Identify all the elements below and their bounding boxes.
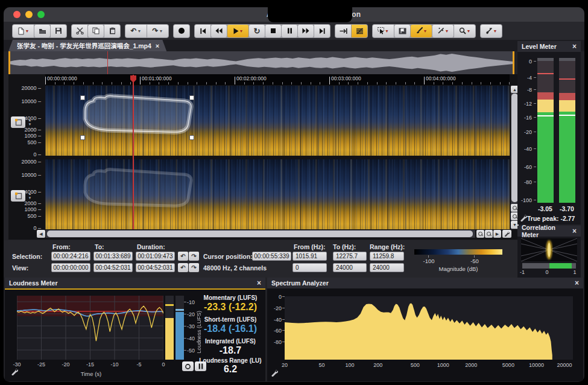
dropdown-arrow-icon[interactable]: ▼: [423, 29, 428, 33]
view-from-field[interactable]: [51, 263, 90, 272]
zoom-in-time-button[interactable]: [476, 230, 484, 238]
tab-close-icon[interactable]: ×: [156, 42, 159, 49]
view-redo-button[interactable]: ↷: [189, 263, 199, 272]
healing-tool-button[interactable]: ▼: [481, 25, 502, 37]
dropdown-arrow-icon[interactable]: ▼: [239, 29, 244, 33]
scroll-left-button[interactable]: ◀: [37, 230, 45, 238]
magic-wand-tool-button[interactable]: ▼: [432, 25, 454, 37]
short-term-bar-meter: [175, 296, 184, 360]
view-to-field[interactable]: [93, 263, 133, 272]
record-button[interactable]: [174, 25, 189, 37]
selection-undo-button[interactable]: ↶: [178, 252, 188, 261]
dropdown-arrow-icon[interactable]: ▼: [385, 29, 389, 33]
channel-1-spinner[interactable]: ▲▼: [27, 116, 33, 128]
close-panel-icon[interactable]: ×: [572, 42, 577, 51]
spinner-down-icon[interactable]: ▼: [28, 196, 32, 200]
cut-button[interactable]: [72, 25, 87, 37]
close-panel-icon[interactable]: ×: [575, 279, 579, 287]
dropdown-arrow-icon[interactable]: ▼: [445, 29, 449, 33]
time-ruler[interactable]: 00:00:00:00000:01:00:00000:02:00:00000:0…: [45, 74, 510, 85]
view-from-hz-field[interactable]: [292, 263, 327, 272]
pause-button[interactable]: [282, 25, 297, 37]
ruler-minor-tick: [311, 82, 311, 84]
horizontal-scrollbar-thumb[interactable]: [47, 231, 473, 237]
rewind-button[interactable]: [211, 25, 227, 37]
selection-tool-button[interactable]: ▼: [373, 25, 394, 37]
spectrogram-channel-1[interactable]: [45, 86, 510, 156]
view-range-hz-field[interactable]: [370, 263, 404, 272]
spectral-editor: 00:00:00:00000:01:00:00000:02:00:00000:0…: [8, 74, 518, 240]
view-duration-field[interactable]: [136, 263, 175, 272]
loudness-reset-button[interactable]: [182, 361, 194, 371]
spectrum-x-tick: 100: [341, 362, 358, 368]
from-hz-field[interactable]: [292, 252, 327, 261]
close-panel-icon[interactable]: ×: [257, 279, 261, 287]
loudness-settings-button[interactable]: [11, 368, 18, 375]
ruler-minor-tick: [225, 82, 226, 84]
document-tab[interactable]: 张学友 - 吻别 - 学友光年世界巡回演唱会_1.mp4 ×: [8, 40, 166, 51]
spinner-up-icon[interactable]: ▲: [28, 118, 32, 122]
fit-to-window-button[interactable]: [335, 25, 351, 37]
minimize-window-button[interactable]: [25, 11, 33, 18]
fast-forward-button[interactable]: [298, 25, 314, 37]
close-panel-icon[interactable]: ×: [572, 227, 577, 235]
playhead-cursor[interactable]: [133, 75, 134, 229]
ruler-time-label: 00:04:00:000: [426, 75, 456, 81]
selection-redo-button[interactable]: ↷: [189, 252, 199, 261]
copy-button[interactable]: [88, 25, 104, 37]
spinner-down-icon[interactable]: ▼: [28, 122, 32, 126]
range-hz-field[interactable]: [370, 252, 404, 261]
zoom-window-button[interactable]: [37, 11, 45, 18]
cursor-position-field[interactable]: [252, 252, 291, 261]
level-meter-settings-button[interactable]: [520, 214, 527, 221]
view-end-marker[interactable]: [513, 51, 514, 74]
save-file-button[interactable]: [51, 25, 66, 37]
scroll-right-button[interactable]: ▶: [493, 230, 501, 238]
zoom-tool-button[interactable]: ▼: [454, 25, 475, 37]
ruler-minor-tick: [159, 82, 159, 84]
paste-button[interactable]: [104, 25, 120, 37]
open-file-button[interactable]: [34, 25, 50, 37]
dropdown-arrow-icon[interactable]: ▼: [467, 29, 471, 33]
channel-2-spinner[interactable]: ▲▼: [27, 190, 33, 202]
dropdown-arrow-icon[interactable]: ▼: [25, 29, 30, 33]
horizontal-scrollbar[interactable]: ◀ ▶: [37, 230, 519, 238]
spectrogram-channel-2[interactable]: [45, 159, 510, 229]
waveform-overview[interactable]: [8, 51, 514, 74]
playhead-marker[interactable]: [130, 75, 137, 83]
view-undo-button[interactable]: ↶: [178, 263, 188, 272]
spectrum-x-tick: 20: [276, 362, 293, 368]
dropdown-arrow-icon[interactable]: ▼: [493, 29, 498, 33]
redo-button[interactable]: ↷▼: [147, 25, 168, 37]
loudness-pause-button[interactable]: [195, 361, 206, 371]
ruler-minor-tick: [490, 82, 491, 84]
go-to-start-button[interactable]: [195, 25, 210, 37]
undo-button[interactable]: ↶▼: [125, 25, 147, 37]
view-start-marker[interactable]: [8, 51, 10, 74]
ruler-minor-tick: [112, 82, 112, 84]
dropdown-arrow-icon[interactable]: ▼: [138, 29, 142, 33]
spectrum-x-tick: 200: [370, 362, 387, 368]
selection-duration-field[interactable]: [136, 252, 175, 261]
close-window-button[interactable]: [13, 11, 21, 18]
new-file-button[interactable]: ▼: [13, 25, 34, 37]
ruler-minor-tick: [358, 82, 358, 84]
play-button[interactable]: ▼: [227, 25, 248, 37]
spectral-view-button[interactable]: [352, 25, 367, 37]
channel-1-options-button[interactable]: [11, 116, 25, 128]
channel-2-options-button[interactable]: [11, 190, 25, 202]
brush-tool-button[interactable]: ▼: [411, 25, 432, 37]
editor-settings-button[interactable]: [502, 230, 511, 238]
selection-to-field[interactable]: [93, 252, 133, 261]
view-to-hz-field[interactable]: [333, 263, 367, 272]
spectrum-settings-button[interactable]: [271, 369, 278, 377]
spinner-up-icon[interactable]: ▲: [28, 192, 32, 196]
to-hz-field[interactable]: [333, 252, 367, 261]
loop-playback-button[interactable]: ↻: [249, 25, 265, 37]
stop-button[interactable]: [265, 25, 281, 37]
time-selection-tool-button[interactable]: [394, 25, 410, 37]
zoom-out-time-button[interactable]: [485, 230, 493, 238]
selection-from-field[interactable]: [51, 252, 90, 261]
go-to-end-button[interactable]: [314, 25, 330, 37]
dropdown-arrow-icon[interactable]: ▼: [159, 29, 163, 33]
